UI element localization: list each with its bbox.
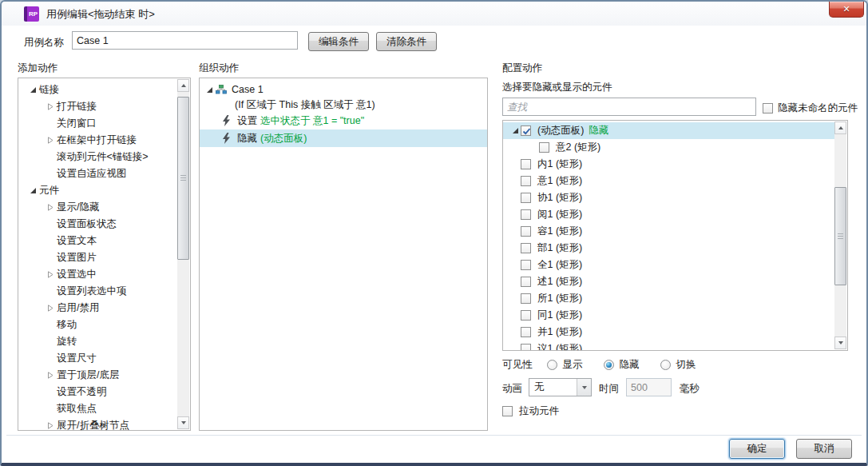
widget-item[interactable]: 并1 (矩形) (503, 324, 834, 341)
time-input[interactable] (626, 378, 672, 396)
scroll-up-button[interactable] (177, 79, 189, 92)
add-action-label: 获取焦点 (57, 400, 97, 417)
add-action-item[interactable]: 设置自适应视图 (18, 165, 177, 182)
expander-closed-icon[interactable] (44, 103, 57, 110)
add-action-item[interactable]: 展开/折叠树节点 (18, 417, 177, 431)
widget-search-input[interactable] (502, 98, 756, 116)
case-tree-item[interactable]: Case 1 (200, 82, 487, 98)
expander-closed-icon[interactable] (44, 137, 57, 144)
add-action-item[interactable]: 设置文本 (18, 233, 177, 249)
widget-checkbox[interactable] (521, 293, 531, 304)
add-action-item[interactable]: 设置图片 (18, 249, 177, 266)
expander-closed-icon[interactable] (44, 305, 57, 312)
visibility-option[interactable]: 隐藏 (604, 358, 640, 372)
add-action-item[interactable]: 显示/隐藏 (18, 199, 177, 216)
visibility-option[interactable]: 切换 (660, 358, 696, 372)
ok-button[interactable]: 确定 (729, 439, 785, 459)
add-action-item[interactable]: 启用/禁用 (18, 300, 177, 317)
add-action-item[interactable]: 设置尺寸 (18, 350, 177, 367)
widget-item[interactable]: 容1 (矩形) (503, 223, 834, 240)
widget-checkbox[interactable] (521, 344, 531, 351)
widget-item[interactable]: 协1 (矩形) (503, 189, 834, 206)
widget-label: 所1 (矩形) (537, 290, 582, 307)
widget-item[interactable]: 内1 (矩形) (503, 156, 834, 173)
widget-checkbox[interactable] (521, 193, 531, 203)
add-actions-scrollbar[interactable] (177, 79, 189, 429)
expander-open-icon[interactable] (203, 86, 216, 94)
scroll-down-button[interactable] (834, 337, 846, 349)
widget-checkbox[interactable] (521, 226, 531, 237)
add-action-item[interactable]: 旋转 (18, 333, 177, 350)
widget-item[interactable]: 意2 (矩形) (503, 139, 834, 156)
widget-item[interactable]: (动态面板)隐藏 (503, 122, 834, 139)
add-action-item[interactable]: 打开链接 (18, 98, 177, 115)
radio-selected[interactable] (604, 360, 614, 370)
expander-open-icon[interactable] (26, 187, 39, 194)
widget-checkbox[interactable] (521, 159, 531, 169)
add-action-item[interactable]: 设置面板状态 (18, 216, 177, 233)
widget-checkbox[interactable] (521, 277, 531, 287)
case-step-item[interactable]: 设置选中状态于 意1 = "true" (200, 112, 487, 129)
widget-item[interactable]: 意1 (矩形) (503, 173, 834, 189)
add-action-label: 启用/禁用 (57, 300, 99, 317)
widget-checkbox[interactable] (521, 243, 531, 253)
expander-open-icon[interactable] (509, 127, 521, 134)
expander-closed-icon[interactable] (44, 422, 57, 429)
scrollbar-thumb[interactable] (177, 97, 189, 260)
visibility-option-label: 隐藏 (620, 358, 640, 372)
widget-item[interactable]: 同1 (矩形) (503, 307, 834, 324)
add-action-item[interactable]: 设置选中 (18, 266, 177, 283)
hide-unnamed-row[interactable]: 隐藏未命名的元件 (763, 102, 858, 115)
widget-item[interactable]: 述1 (矩形) (503, 273, 834, 290)
widget-label: 意2 (矩形) (556, 139, 600, 156)
add-actions-title: 添加动作 (18, 62, 57, 75)
pull-widget-row[interactable]: 拉动元件 (502, 404, 559, 418)
widget-checkbox[interactable] (521, 327, 531, 337)
add-action-item[interactable]: 移动 (18, 317, 177, 333)
edit-condition-button[interactable]: 编辑条件 (308, 32, 369, 51)
expander-closed-icon[interactable] (44, 204, 57, 211)
case-name-input[interactable] (72, 31, 298, 50)
add-action-item[interactable]: 获取焦点 (18, 400, 177, 417)
pull-widget-checkbox[interactable] (502, 406, 513, 416)
add-action-item[interactable]: 元件 (18, 182, 177, 199)
widget-item[interactable]: 议1 (矩形) (503, 341, 834, 351)
scroll-up-button[interactable] (834, 121, 846, 134)
title-bar[interactable]: RP 用例编辑<拖动结束 时> (2, 2, 866, 26)
add-action-item[interactable]: 设置列表选中项 (18, 283, 177, 300)
visibility-option[interactable]: 显示 (547, 358, 583, 372)
expander-closed-icon[interactable] (44, 372, 57, 379)
add-action-item[interactable]: 设置不透明 (18, 384, 177, 400)
widget-list-scrollbar[interactable] (834, 121, 846, 349)
widget-checkbox[interactable] (521, 310, 531, 321)
add-action-item[interactable]: 链接 (18, 82, 177, 98)
visibility-option-label: 切换 (676, 358, 696, 372)
hide-unnamed-checkbox[interactable] (763, 103, 773, 114)
radio-unselected[interactable] (660, 360, 671, 370)
clear-condition-button[interactable]: 清除条件 (376, 32, 437, 51)
widget-checkbox[interactable] (521, 209, 531, 220)
widget-item[interactable]: 所1 (矩形) (503, 290, 834, 307)
widget-checkbox[interactable] (521, 125, 531, 136)
expander-closed-icon[interactable] (44, 271, 57, 278)
add-action-item[interactable]: 置于顶层/底层 (18, 367, 177, 384)
widget-item[interactable]: 部1 (矩形) (503, 240, 834, 257)
expander-open-icon[interactable] (26, 86, 39, 94)
widget-checkbox[interactable] (539, 142, 549, 153)
radio-unselected[interactable] (547, 360, 557, 370)
add-action-item[interactable]: 滚动到元件<锚链接> (18, 149, 177, 165)
animation-select[interactable]: 无 (529, 378, 592, 396)
close-button[interactable]: ✕ (829, 2, 864, 18)
combo-arrow[interactable] (577, 379, 591, 396)
add-action-item[interactable]: 关闭窗口 (18, 115, 177, 132)
cancel-button[interactable]: 取消 (796, 439, 852, 459)
widget-checkbox[interactable] (521, 176, 531, 186)
widget-item[interactable]: 全1 (矩形) (503, 257, 834, 273)
widget-item[interactable]: 阅1 (矩形) (503, 206, 834, 223)
scrollbar-thumb[interactable] (834, 187, 846, 285)
add-action-item[interactable]: 在框架中打开链接 (18, 132, 177, 149)
widget-checkbox[interactable] (521, 260, 531, 270)
dialog-title: 用例编辑<拖动结束 时> (46, 7, 155, 22)
case-step-item[interactable]: 隐藏(动态面板) (200, 129, 487, 147)
scroll-down-button[interactable] (177, 416, 189, 429)
